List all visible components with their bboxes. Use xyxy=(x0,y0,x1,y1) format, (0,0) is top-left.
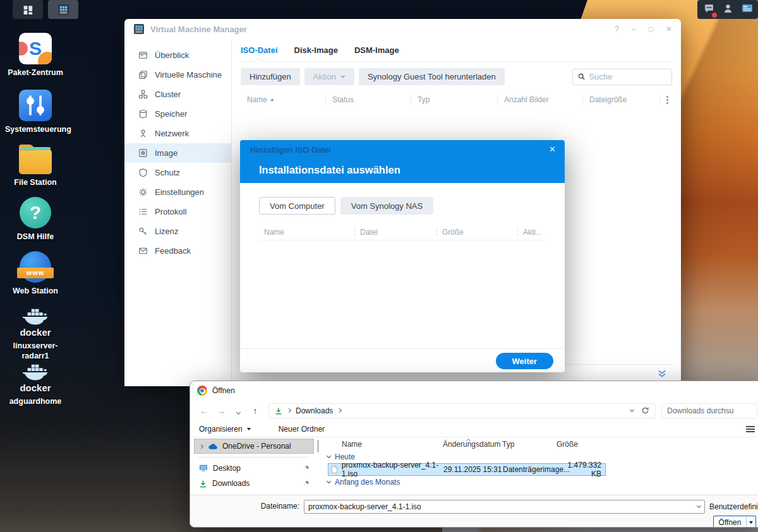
recent-locations-button[interactable] xyxy=(231,406,246,416)
desktop-icon-paket-zentrum[interactable]: S Paket-Zentrum xyxy=(5,33,66,78)
back-button[interactable]: ← xyxy=(196,406,212,416)
action-button[interactable]: Aktion xyxy=(304,68,354,85)
taskbar-main-menu-button[interactable] xyxy=(13,0,43,19)
sidebar-item-ueberblick[interactable]: Überblick xyxy=(124,45,231,65)
downloads-icon xyxy=(275,407,282,415)
widgets-icon xyxy=(742,3,753,13)
dialog-footer: Weiter xyxy=(240,348,565,372)
organize-button[interactable]: Organisieren xyxy=(199,425,251,434)
desktop-icon-label: adguardhome xyxy=(5,397,66,407)
refresh-icon[interactable] xyxy=(641,406,649,415)
notifications-button[interactable] xyxy=(704,3,714,16)
column-header-status[interactable]: Status xyxy=(326,95,411,105)
maximize-button[interactable]: □ xyxy=(649,25,653,33)
address-dropdown-icon[interactable] xyxy=(630,407,634,411)
user-button[interactable] xyxy=(723,3,733,16)
desktop-icon-label: Web Station xyxy=(5,287,66,297)
tab-dsm-image[interactable]: DSM-Image xyxy=(354,45,399,55)
sidebar-item-label: Image xyxy=(155,148,177,158)
column-header-groesse[interactable]: Größe xyxy=(437,227,518,237)
sidebar-scrollbar[interactable] xyxy=(317,440,319,452)
vmm-titlebar[interactable]: Virtual Machine Manager ? – □ ✕ xyxy=(124,19,681,39)
sort-asc-icon xyxy=(466,438,471,442)
docker-whale-icon xyxy=(21,305,49,326)
close-icon[interactable]: ✕ xyxy=(549,145,556,154)
view-options-icon[interactable] xyxy=(746,426,755,432)
forward-button[interactable]: → xyxy=(214,406,229,416)
new-folder-button[interactable]: Neuer Ordner xyxy=(279,425,325,434)
from-synology-nas-button[interactable]: Vom Synology NAS xyxy=(340,197,433,215)
sidebar-item-label: Überblick xyxy=(155,50,189,60)
column-header-typ[interactable]: Typ xyxy=(502,440,556,449)
sidebar-item-virtuelle-maschine[interactable]: Virtuelle Maschine xyxy=(124,65,231,85)
expand-double-chevron-icon[interactable] xyxy=(657,369,667,379)
sidebar-item-lizenz[interactable]: Lizenz xyxy=(124,222,231,241)
column-header-aenderungsdatum[interactable]: Änderungsdatum xyxy=(443,440,502,449)
desktop-icon-label: linuxserver-radarr1 xyxy=(5,341,66,361)
dialog-body: Vom Computer Vom Synology NAS Name Datei… xyxy=(240,183,565,240)
downloads-icon xyxy=(199,480,207,488)
sidebar-item-schutz[interactable]: Schutz xyxy=(124,163,231,182)
desktop-icon-systemsteuerung[interactable]: Systemsteuerung xyxy=(5,90,66,135)
sidebar-item-speicher[interactable]: Speicher xyxy=(124,104,231,124)
sidebar-item-cluster[interactable]: Cluster xyxy=(124,85,231,104)
filename-input[interactable] xyxy=(308,502,697,511)
open-split-dropdown[interactable] xyxy=(746,516,755,528)
column-menu-icon[interactable] xyxy=(666,99,668,101)
sidebar-item-netzwerk[interactable]: Netzwerk xyxy=(124,124,231,143)
column-header-groesse[interactable]: Größe xyxy=(556,440,602,449)
address-bar[interactable]: Downloads xyxy=(268,403,656,418)
help-question-glyph: ? xyxy=(30,202,41,223)
sidebar-item-feedback[interactable]: Feedback xyxy=(124,241,231,261)
taskbar-vmm-button[interactable] xyxy=(48,0,78,19)
group-header-anfang-des-monats[interactable]: Anfang des Monats xyxy=(324,476,758,488)
tab-iso-datei[interactable]: ISO-Datei xyxy=(241,45,278,55)
sidebar-item-desktop[interactable]: Desktop xyxy=(194,461,314,476)
column-header-typ[interactable]: Typ xyxy=(411,95,498,105)
desktop-icon-docker-adguard[interactable]: docker adguardhome xyxy=(5,361,66,407)
file-row-selected[interactable]: proxmox-backup-server_4.1-1.iso 29.11.20… xyxy=(328,463,606,476)
breadcrumb-downloads[interactable]: Downloads xyxy=(296,406,333,415)
desktop-icon-file-station[interactable]: File Station xyxy=(5,144,66,188)
sidebar-item-protokoll[interactable]: Protokoll xyxy=(124,202,231,222)
dialog-titlebar[interactable]: Öffnen xyxy=(190,381,758,400)
sidebar-item-label: Protokoll xyxy=(155,207,187,216)
desktop-icon-docker-radarr[interactable]: docker linuxserver-radarr1 xyxy=(5,305,66,361)
file-name: proxmox-backup-server_4.1-1.iso xyxy=(342,461,443,478)
widgets-button[interactable] xyxy=(742,3,753,16)
column-header-aktion[interactable]: Akti... xyxy=(518,227,546,237)
open-button[interactable]: Öffnen xyxy=(713,516,756,528)
column-header-name[interactable]: Name xyxy=(241,95,326,105)
search-input[interactable] xyxy=(589,72,666,81)
desktop-icon-web-station[interactable]: www Web Station xyxy=(5,251,66,297)
vmm-app-icon xyxy=(57,4,69,16)
window-title: Virtual Machine Manager xyxy=(150,25,247,34)
from-computer-button[interactable]: Vom Computer xyxy=(259,197,335,215)
combobox-dropdown-icon[interactable] xyxy=(697,504,701,508)
www-banner: www xyxy=(17,268,54,278)
next-button[interactable]: Weiter xyxy=(496,353,554,369)
sidebar-item-einstellungen[interactable]: Einstellungen xyxy=(124,182,231,202)
sidebar-item-onedrive[interactable]: OneDrive - Personal xyxy=(194,439,314,454)
close-button[interactable]: ✕ xyxy=(666,25,672,33)
column-header-dateigroesse[interactable]: Dateigröße xyxy=(583,95,660,105)
guest-tool-button[interactable]: Synology Guest Tool herunterladen xyxy=(359,68,505,85)
onedrive-cloud-icon xyxy=(208,443,217,450)
column-header-name[interactable]: Name xyxy=(259,227,355,237)
explorer-search-input[interactable] xyxy=(667,406,752,415)
filetype-dropdown[interactable]: Benutzerdefinierte xyxy=(709,502,758,511)
desktop-icon-dsm-hilfe[interactable]: ? DSM Hilfe xyxy=(5,197,66,242)
add-button[interactable]: Hinzufügen xyxy=(241,68,300,85)
sidebar-item-image[interactable]: Image xyxy=(124,143,231,163)
tab-disk-image[interactable]: Disk-Image xyxy=(294,45,338,55)
chevron-down-icon xyxy=(749,521,753,524)
help-button[interactable]: ? xyxy=(615,25,619,33)
modal-table-header: Name Datei Größe Akti... xyxy=(259,224,546,240)
sidebar-item-downloads[interactable]: Downloads xyxy=(194,476,314,491)
minimize-button[interactable]: – xyxy=(632,25,636,33)
up-button[interactable]: ↑ xyxy=(248,406,263,416)
column-header-datei[interactable]: Datei xyxy=(355,227,437,237)
network-icon xyxy=(138,129,148,138)
column-header-anzahl-bilder[interactable]: Anzahl Bilder xyxy=(498,95,583,105)
column-header-name[interactable]: Name xyxy=(324,440,443,449)
